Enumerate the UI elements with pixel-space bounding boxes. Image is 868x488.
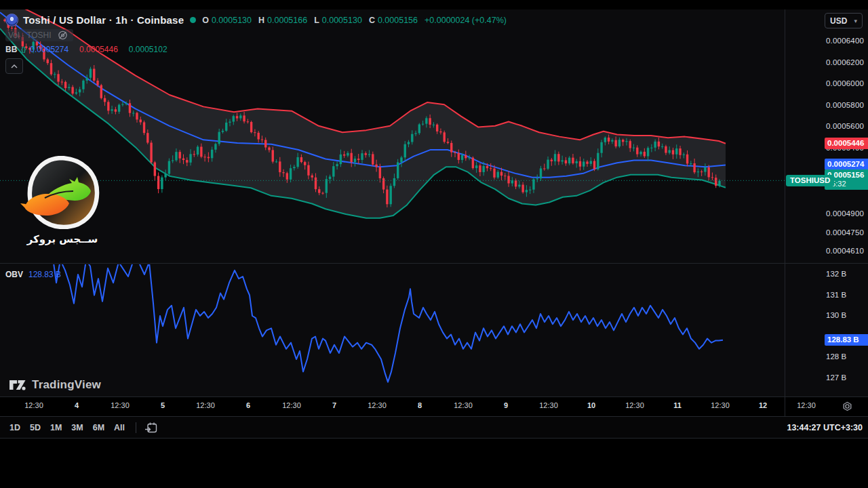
time-axis-day-label: 7 bbox=[332, 401, 336, 409]
high-label: H bbox=[258, 16, 264, 25]
obv-value-badge: 128.83 B bbox=[825, 334, 868, 346]
toolbar-divider bbox=[136, 422, 136, 433]
time-axis-day-label: 12 bbox=[759, 401, 767, 409]
bb-mid-value: 0.0005274 bbox=[30, 45, 68, 54]
market-status-dot-icon bbox=[190, 17, 196, 23]
price-axis-label: 0.0004900 bbox=[826, 209, 864, 218]
price-axis-label: 0.0004750 bbox=[826, 228, 864, 237]
range-button-1d[interactable]: 1D bbox=[9, 423, 20, 432]
tradingview-logo-icon bbox=[9, 377, 26, 393]
time-axis-label: 12:30 bbox=[539, 401, 558, 409]
symbol-title[interactable]: Toshi / US Dollar · 1h · Coinbase bbox=[23, 14, 184, 26]
time-axis-label: 12:30 bbox=[711, 401, 730, 409]
open-value: 0.0005130 bbox=[212, 16, 252, 25]
bottom-toolbar: 1D 5D 1M 3M 6M All 13:44:27 UTC+3:30 bbox=[0, 416, 868, 439]
ticker-axis-label: TOSHIUSD bbox=[786, 175, 834, 186]
chevron-up-icon bbox=[11, 64, 18, 68]
tradingview-chart-window: Toshi / US Dollar · 1h · Coinbase O0.000… bbox=[0, 0, 868, 488]
time-axis-label: 12:30 bbox=[196, 401, 215, 409]
bb-mid-price-badge: 0.0005274 bbox=[825, 159, 868, 170]
bb-source-icon: {} bbox=[21, 46, 26, 53]
bb-indicator-row[interactable]: BB {} 0.0005274 0.0005446 0.0005102 bbox=[5, 45, 174, 54]
time-axis-label: 12:30 bbox=[24, 401, 43, 409]
bb-lower-value: 0.0005102 bbox=[129, 45, 167, 54]
price-axis-label: 0.0004610 bbox=[826, 247, 864, 255]
low-label: L bbox=[314, 16, 319, 25]
obv-value: 128.83 B bbox=[28, 270, 61, 279]
gear-icon bbox=[841, 400, 854, 413]
broker-logo-overlay: ســجس بروكر bbox=[15, 156, 110, 245]
time-axis-settings[interactable] bbox=[841, 400, 854, 415]
symbol-logo-icon bbox=[5, 14, 18, 26]
time-axis-day-label: 11 bbox=[673, 401, 682, 409]
volume-indicator-label: Vol · TOSHI bbox=[8, 30, 52, 40]
change-value: +0.0000024 (+0.47%) bbox=[425, 16, 507, 25]
time-axis-day-label: 4 bbox=[75, 401, 79, 409]
collapse-legend-button[interactable] bbox=[5, 58, 23, 74]
time-axis-day-label: 6 bbox=[246, 401, 250, 409]
timezone-clock[interactable]: 13:44:27 UTC+3:30 bbox=[787, 417, 863, 438]
go-to-date-calendar-icon[interactable] bbox=[144, 422, 158, 434]
time-axis-label: 12:30 bbox=[454, 401, 473, 409]
time-axis-label: 12:30 bbox=[282, 401, 301, 409]
ohlc-values: O0.0005130 H0.0005166 L0.0005130 C0.0005… bbox=[202, 16, 507, 25]
volume-indicator-row[interactable]: Vol · TOSHI bbox=[5, 29, 73, 41]
obv-axis-label: 130 B bbox=[826, 311, 846, 319]
broker-bull-logo-icon bbox=[19, 156, 106, 229]
open-label: O bbox=[202, 16, 209, 25]
range-button-6m[interactable]: 6M bbox=[93, 423, 104, 432]
price-axis-label: 0.0006200 bbox=[826, 58, 864, 66]
currency-label: USD bbox=[830, 16, 847, 26]
time-axis-day-label: 10 bbox=[587, 401, 595, 409]
price-axis-label: 0.0006400 bbox=[826, 37, 864, 45]
bb-indicator-label: BB bbox=[5, 45, 17, 54]
bb-upper-price-badge: 0.0005446 bbox=[825, 138, 868, 149]
eye-off-icon[interactable] bbox=[57, 30, 68, 40]
obv-axis-label: 131 B bbox=[826, 291, 846, 299]
price-axis-label: 0.0006000 bbox=[826, 79, 864, 87]
bb-upper-value: 0.0005446 bbox=[79, 45, 118, 54]
low-value: 0.0005130 bbox=[322, 16, 362, 25]
time-axis-day-label: 5 bbox=[161, 401, 165, 409]
close-label: C bbox=[369, 16, 375, 25]
time-axis-day-label: 9 bbox=[504, 401, 508, 409]
range-button-1m[interactable]: 1M bbox=[50, 423, 62, 432]
obv-indicator-row[interactable]: OBV 128.83 B bbox=[5, 270, 61, 279]
range-button-5d[interactable]: 5D bbox=[30, 423, 41, 432]
currency-selector-button[interactable]: USD ▾ bbox=[825, 13, 863, 28]
time-axis-label: 12:30 bbox=[368, 401, 387, 409]
broker-caption: ســجس بروكر bbox=[15, 233, 110, 245]
obv-axis-label: 132 B bbox=[826, 270, 846, 278]
time-axis-day-label: 8 bbox=[418, 401, 422, 409]
time-axis-label: 12:30 bbox=[625, 401, 644, 409]
range-button-3m[interactable]: 3M bbox=[71, 423, 83, 432]
obv-label: OBV bbox=[5, 270, 23, 279]
tradingview-watermark[interactable]: TradingView bbox=[9, 377, 101, 393]
range-button-all[interactable]: All bbox=[114, 423, 125, 432]
price-axis-label: 0.0005800 bbox=[826, 101, 864, 109]
tradingview-watermark-text: TradingView bbox=[32, 378, 101, 392]
time-axis-label: 12:30 bbox=[111, 401, 130, 409]
chevron-down-icon: ▾ bbox=[854, 18, 857, 24]
obv-axis-label: 127 B bbox=[826, 373, 846, 382]
close-value: 0.0005156 bbox=[378, 16, 418, 25]
high-value: 0.0005166 bbox=[267, 16, 307, 25]
time-axis-label: 12:30 bbox=[797, 401, 816, 409]
symbol-header[interactable]: Toshi / US Dollar · 1h · Coinbase O0.000… bbox=[5, 14, 507, 26]
obv-axis-label: 128 B bbox=[826, 352, 846, 361]
chart-canvas[interactable] bbox=[0, 0, 868, 447]
chart-panes-bg bbox=[0, 9, 868, 396]
price-axis-label: 0.0005600 bbox=[826, 122, 864, 130]
